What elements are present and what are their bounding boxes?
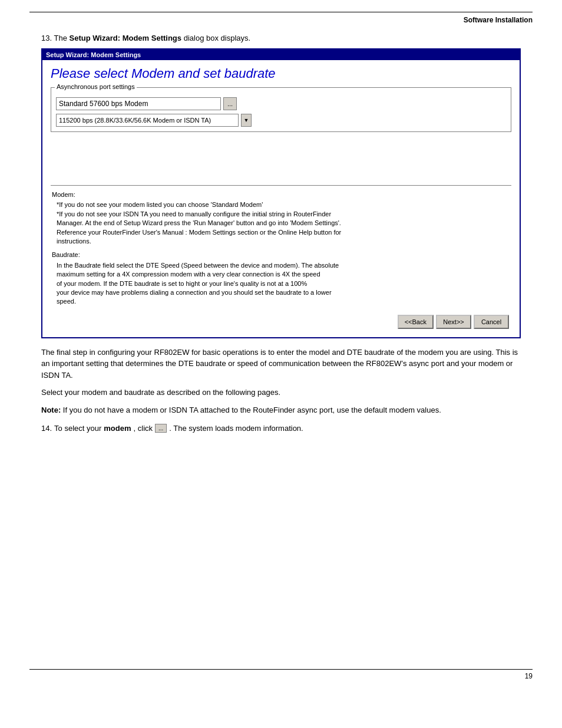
body-paragraph: The final step in configuring your RF802… [41, 347, 521, 381]
baudrate-line-1: In the Baudrate field select the DTE Spe… [57, 261, 510, 270]
dialog-buttons: <<Back Next>> Cancel [51, 311, 511, 331]
header-title: Software Installation [29, 16, 533, 24]
modem-info-line-4: Reference your RouterFinder User's Manua… [57, 228, 510, 237]
step-14-post: . The system loads modem information. [169, 424, 303, 433]
baud-select[interactable] [56, 114, 239, 127]
modem-input[interactable] [56, 97, 221, 110]
fieldset-legend: Asynchronous port settings [55, 83, 137, 90]
select-paragraph: Select your modem and baudrate as descri… [41, 387, 521, 398]
baudrate-info-text: In the Baudrate field select the DTE Spe… [57, 261, 510, 307]
baudrate-line-4: your device may have problems dialing a … [57, 288, 510, 297]
step-14-mid: , click [134, 424, 153, 433]
page-number: 19 [29, 672, 533, 680]
dropdown-arrow-icon[interactable]: ▼ [241, 114, 252, 127]
modem-field-row: ... [56, 97, 506, 110]
modem-info-line-3: Manager. At the end of Setup Wizard pres… [57, 219, 510, 228]
dialog-spacer [51, 138, 511, 185]
note-bold: Note: [41, 406, 61, 414]
step-14-prefix: 14. [41, 424, 52, 433]
info-divider [51, 185, 511, 186]
setup-wizard-dialog: Setup Wizard: Modem Settings Please sele… [41, 48, 521, 338]
step-14-pre: To select your [54, 424, 101, 433]
dialog-headline: Please select Modem and set baudrate [51, 66, 511, 81]
async-port-fieldset: Asynchronous port settings ... ▼ [51, 87, 511, 132]
modem-info-line-1: *If you do not see your modem listed you… [57, 200, 510, 209]
note-paragraph: Note: If you do not have a modem or ISDN… [41, 404, 521, 416]
step-14-text: 14. To select your modem, click .... The… [41, 424, 533, 433]
footer: 19 [29, 669, 533, 680]
modem-info-line-2: *If you do not see your ISDN TA you need… [57, 210, 510, 219]
modem-info-text: *If you do not see your modem listed you… [57, 200, 510, 246]
baudrate-line-2: maximum setting for a 4X compression mod… [57, 270, 510, 279]
page-container: Software Installation 13. The Setup Wiza… [0, 0, 562, 692]
footer-rule [29, 669, 533, 670]
modem-info-label: Modem: [52, 190, 510, 199]
modem-info-line-5: instructions. [57, 237, 510, 246]
baudrate-line-5: speed. [57, 297, 510, 306]
header-rule [29, 12, 533, 12]
baudrate-line-3: of your modem. If the DTE baudrate is se… [57, 279, 510, 288]
cancel-button[interactable]: Cancel [474, 315, 509, 329]
dialog-titlebar: Setup Wizard: Modem Settings [42, 50, 520, 60]
inline-browse-button[interactable]: ... [155, 424, 167, 433]
next-button[interactable]: Next>> [436, 315, 471, 329]
browse-button[interactable]: ... [223, 97, 237, 110]
step-13-pre: The [54, 34, 69, 42]
step-14-bold: modem [104, 424, 131, 433]
baud-select-row: ▼ [56, 114, 506, 127]
step-13-bold: Setup Wizard: Modem Settings [69, 34, 181, 42]
info-section: Modem: *If you do not see your modem lis… [51, 190, 511, 307]
back-button[interactable]: <<Back [398, 315, 434, 329]
step-13-text: 13. The Setup Wizard: Modem Settings dia… [41, 34, 533, 42]
step-13-post: dialog box displays. [181, 34, 250, 42]
step-13-number: 13. [41, 34, 52, 42]
baudrate-info-label: Baudrate: [52, 251, 510, 259]
dialog-body: Please select Modem and set baudrate Asy… [42, 60, 520, 337]
note-text: If you do not have a modem or ISDN TA at… [61, 406, 441, 414]
